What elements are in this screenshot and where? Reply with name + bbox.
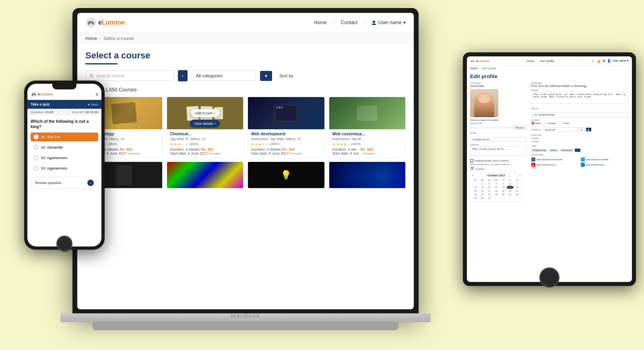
visible-opt-friends[interactable]: Friends (531, 137, 629, 140)
course-instructor: Instructors: Jay M... (332, 137, 402, 141)
category-arrow-btn[interactable]: ▼ (260, 71, 272, 81)
quiz-option[interactable]: 01. Sun Tzu (31, 133, 98, 141)
tablet-content: Full name Sumit Kate Browse image from g… (467, 80, 632, 203)
gender-other[interactable]: Other (559, 122, 569, 125)
search-icon (90, 74, 94, 78)
nav-sep: | (333, 20, 334, 25)
courses-grid-row2: 💡 (85, 162, 406, 188)
file-input[interactable] (470, 127, 512, 128)
file-upload-row: Browse (470, 125, 526, 130)
macbook-screen: eLumine Home | Contact | User name ▾ (77, 13, 414, 309)
address-label: Address (470, 143, 526, 146)
quiz-option[interactable]: 03. Agamemnon (31, 164, 98, 173)
email-label: Email (470, 132, 526, 134)
breadcrumb-current: Select a course (103, 36, 134, 41)
course-image (329, 162, 406, 188)
email-input[interactable] (470, 137, 526, 142)
visible-opt-everyone[interactable]: Everyone (531, 133, 629, 137)
profile-label: Profile (531, 89, 629, 91)
nav-home[interactable]: Home (314, 20, 327, 25)
course-card: E A , Add to cart › V (167, 97, 244, 158)
visible-select[interactable]: Everyone ▾ (543, 127, 584, 132)
phone-logo-icon (31, 91, 37, 97)
quiz-option[interactable]: 02. Alexander (31, 143, 98, 152)
mac-logo-icon (85, 17, 97, 28)
tablet-home-button[interactable] (539, 267, 559, 288)
radio-empty (34, 145, 39, 150)
search-box[interactable]: Search course (85, 70, 174, 81)
gender-female[interactable]: Female (544, 122, 556, 125)
quiz-meta: Question: 01/15 Time left: 00:15:20 (27, 109, 101, 116)
browse-gallery-link[interactable]: Browse image from gallery (470, 119, 526, 121)
phone-input[interactable] (531, 112, 629, 117)
address-input[interactable]: Phas lorem ipsum dolor... (470, 146, 526, 156)
course-title: Web customiza... (332, 132, 402, 136)
back-button[interactable]: ◄ Back (87, 103, 98, 106)
tab-nav-home[interactable]: Home (526, 60, 534, 62)
course-image (167, 162, 244, 188)
education-value: Ph.D. from the California Institute of T… (531, 85, 629, 87)
view-details-button[interactable]: View details › (190, 120, 220, 128)
macbook-label: MacBook (231, 313, 260, 319)
tag-chemistry[interactable]: Chemistry (559, 149, 574, 152)
linkedin-url: www.linkedin.com/... (586, 164, 606, 166)
breadcrumb-home[interactable]: Home (85, 36, 97, 41)
visible-apply-btn[interactable]: ▶ (586, 128, 591, 131)
option-label: 01. Sun Tzu (41, 135, 60, 139)
time-left: Time left: 00:15:20 (71, 110, 98, 114)
phone-logo-text: eLumine (38, 92, 53, 96)
twitter-link[interactable]: t www.twitter.com/profile... (581, 157, 629, 162)
category-dropdown[interactable]: All categories (192, 70, 256, 81)
course-rating: ★★★★★ (4825) (332, 142, 402, 146)
phone-field: Phone (531, 107, 629, 117)
profile-input[interactable]: Phas lorem ipsum dolor sit amet, consect… (531, 92, 629, 104)
search-button[interactable]: › (178, 70, 188, 81)
linkedin-link[interactable]: in www.linkedin.com/... (581, 163, 629, 167)
course-image: 💡 (248, 162, 324, 188)
facebook-link[interactable]: f www.facebook.com/profile... (531, 157, 580, 162)
bell-icon[interactable]: 🔔 (597, 59, 601, 63)
nav-contact[interactable]: Contact (341, 20, 357, 25)
user-icon[interactable]: 👤 (607, 59, 611, 63)
search-row: Search course › All categories ▼ Sort by (85, 70, 406, 81)
review-question-button[interactable]: Review question › (31, 177, 98, 189)
shipping-checkbox[interactable] (470, 159, 473, 162)
browse-button[interactable]: Browse (513, 125, 526, 130)
next-arrow-icon: › (87, 180, 94, 186)
phone-home-button[interactable] (56, 236, 72, 252)
radio-female (544, 122, 547, 125)
settings-icon[interactable]: ⚙ (603, 59, 605, 63)
course-rating: ★★★★★ (4825) (170, 142, 240, 146)
cart-icon[interactable]: 🛒 (591, 59, 595, 63)
phone-screen: eLumine ≡ Take a quiz ◄ Back Question: 0… (27, 84, 101, 246)
mac-logo: eLumine (85, 17, 125, 28)
add-tag-btn[interactable]: + (575, 149, 580, 152)
breadcrumb-profile: User profile (482, 67, 496, 70)
visible-opt-groups[interactable]: Groups (531, 140, 629, 143)
quiz-option[interactable]: 03. Agamemnon (31, 153, 98, 162)
course-image: E A , Add to cart › V (167, 97, 244, 129)
mac-logo-text: eLumine (98, 19, 125, 26)
gender-male[interactable]: Male (531, 122, 541, 125)
mac-user-menu[interactable]: User name ▾ (372, 20, 406, 25)
breadcrumb-home[interactable]: Home (470, 67, 478, 70)
tab-nav-profile[interactable]: User profile (540, 60, 554, 62)
mac-breadcrumb: Home › Select a course (77, 33, 414, 44)
nav-sep2: | (364, 20, 365, 25)
tag-chem[interactable]: Chem (549, 149, 558, 152)
tablet-breadcrumb: Home › User profile (467, 66, 632, 71)
tablet-frame: eLumine Home | User profile 🛒 🔔 ⚙ 👤 User… (463, 52, 636, 286)
course-card-row2: 💡 (248, 162, 325, 188)
next-month-btn[interactable]: › (520, 174, 520, 177)
add-to-cart-button[interactable]: Add to cart › (191, 109, 219, 117)
fullname-field: Full name Sumit Kate (470, 82, 526, 87)
tag-engineering[interactable]: Engineering (531, 149, 547, 152)
youtube-link[interactable]: ▶ www.youtube.com/... (531, 163, 580, 167)
visible-label: Visible to (531, 128, 541, 131)
hamburger-icon[interactable]: ≡ (95, 91, 98, 97)
prev-month-btn[interactable]: ‹ (472, 174, 473, 177)
phone-logo: eLumine (31, 91, 53, 97)
tablet-nav-icons: 🛒 🔔 ⚙ 👤 User name ▾ (591, 59, 629, 63)
address-field: Address Phas lorem ipsum dolor... (470, 143, 526, 157)
svg-line-3 (93, 77, 94, 78)
